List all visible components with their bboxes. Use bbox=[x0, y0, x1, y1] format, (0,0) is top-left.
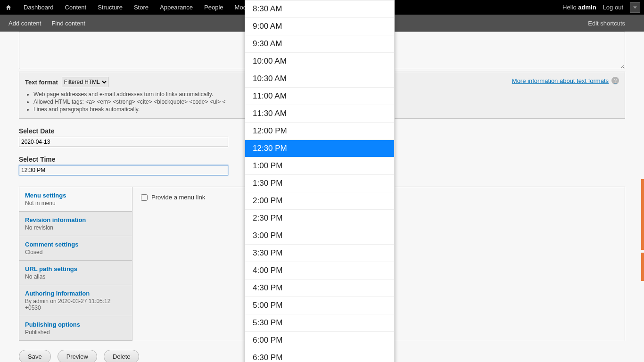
time-option[interactable]: 1:00 PM bbox=[245, 157, 394, 175]
toolbar-item-dashboard[interactable]: Dashboard bbox=[18, 0, 59, 15]
vtab-summary: Published bbox=[25, 329, 126, 336]
vtab-title: Publishing options bbox=[25, 321, 126, 328]
time-option[interactable]: 5:30 PM bbox=[245, 314, 394, 332]
vtab-authoring-information[interactable]: Authoring informationBy admin on 2020-03… bbox=[19, 285, 132, 316]
time-picker-dropdown[interactable]: 8:30 AM9:00 AM9:30 AM10:00 AM10:30 AM11:… bbox=[245, 0, 395, 362]
vtab-title: Comment settings bbox=[25, 241, 126, 248]
vtab-url-path-settings[interactable]: URL path settingsNo alias bbox=[19, 261, 132, 285]
vertical-tabs-list: Menu settingsNot in menuRevision informa… bbox=[19, 187, 132, 341]
vtab-summary: No revision bbox=[25, 224, 126, 231]
text-format-label: Text format bbox=[25, 79, 58, 86]
vtab-title: Revision information bbox=[25, 216, 126, 223]
time-option[interactable]: 5:00 PM bbox=[245, 297, 394, 314]
time-option[interactable]: 9:30 AM bbox=[245, 35, 394, 53]
toolbar-item-people[interactable]: People bbox=[198, 0, 229, 15]
help-icon: ? bbox=[611, 77, 619, 84]
time-option[interactable]: 2:00 PM bbox=[245, 192, 394, 210]
logout-link[interactable]: Log out bbox=[603, 4, 623, 11]
time-option[interactable]: 9:00 AM bbox=[245, 18, 394, 35]
vtab-title: URL path settings bbox=[25, 265, 126, 272]
vtab-summary: No alias bbox=[25, 273, 126, 280]
time-option[interactable]: 10:00 AM bbox=[245, 53, 394, 70]
toolbar-menu: DashboardContentStructureStoreAppearance… bbox=[18, 0, 264, 15]
home-icon[interactable] bbox=[4, 3, 13, 12]
vtab-publishing-options[interactable]: Publishing optionsPublished bbox=[19, 316, 132, 341]
time-option[interactable]: 3:30 PM bbox=[245, 245, 394, 262]
delete-button[interactable]: Delete bbox=[104, 350, 140, 362]
toolbar-item-content[interactable]: Content bbox=[59, 0, 92, 15]
vtab-title: Authoring information bbox=[25, 290, 126, 297]
toolbar-toggle-icon[interactable] bbox=[630, 2, 640, 13]
vtab-summary: Not in menu bbox=[25, 200, 126, 206]
shortcut-add-content[interactable]: Add content bbox=[8, 20, 41, 27]
time-option[interactable]: 12:00 PM bbox=[245, 123, 394, 140]
hello-user: Hello admin bbox=[562, 4, 596, 11]
save-button[interactable]: Save bbox=[19, 350, 51, 362]
time-option[interactable]: 12:30 PM bbox=[245, 140, 394, 157]
vtab-title: Menu settings bbox=[25, 192, 126, 199]
time-option[interactable]: 1:30 PM bbox=[245, 175, 394, 192]
scroll-indicator bbox=[641, 179, 644, 250]
vtab-revision-information[interactable]: Revision informationNo revision bbox=[19, 212, 132, 236]
select-time-input[interactable] bbox=[19, 165, 228, 175]
shortcut-find-content[interactable]: Find content bbox=[51, 20, 85, 27]
time-option[interactable]: 4:30 PM bbox=[245, 280, 394, 297]
preview-button[interactable]: Preview bbox=[58, 350, 97, 362]
toolbar-item-appearance[interactable]: Appearance bbox=[154, 0, 198, 15]
time-option[interactable]: 4:00 PM bbox=[245, 262, 394, 280]
time-option[interactable]: 8:30 AM bbox=[245, 0, 394, 18]
scroll-indicator bbox=[641, 253, 644, 281]
time-option[interactable]: 11:00 AM bbox=[245, 88, 394, 105]
time-option[interactable]: 2:30 PM bbox=[245, 210, 394, 227]
time-option[interactable]: 6:00 PM bbox=[245, 332, 394, 349]
text-format-select[interactable]: Filtered HTML bbox=[62, 77, 108, 87]
more-text-formats-link[interactable]: More information about text formats ? bbox=[512, 77, 619, 84]
time-option[interactable]: 3:00 PM bbox=[245, 227, 394, 245]
vtab-summary: Closed bbox=[25, 249, 126, 255]
vtab-menu-settings[interactable]: Menu settingsNot in menu bbox=[19, 187, 132, 212]
toolbar-item-store[interactable]: Store bbox=[128, 0, 154, 15]
toolbar-item-structure[interactable]: Structure bbox=[92, 0, 128, 15]
time-option[interactable]: 11:30 AM bbox=[245, 105, 394, 123]
time-option[interactable]: 10:30 AM bbox=[245, 70, 394, 88]
vtab-comment-settings[interactable]: Comment settingsClosed bbox=[19, 236, 132, 261]
select-date-input[interactable] bbox=[19, 137, 228, 147]
vtab-summary: By admin on 2020-03-27 11:05:12 +0530 bbox=[25, 298, 126, 311]
edit-shortcuts-link[interactable]: Edit shortcuts bbox=[588, 20, 625, 27]
time-option[interactable]: 6:30 PM bbox=[245, 349, 394, 362]
